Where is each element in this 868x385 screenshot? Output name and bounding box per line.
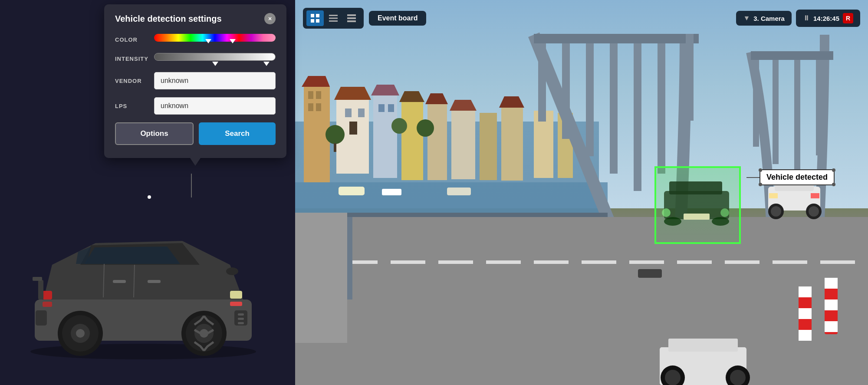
svg-rect-18 <box>148 280 161 283</box>
vendor-label: VENDOR <box>115 78 154 84</box>
options-button[interactable]: Options <box>115 122 194 145</box>
svg-rect-100 <box>811 193 819 198</box>
svg-rect-42 <box>378 104 385 112</box>
color-bar <box>154 34 276 42</box>
svg-rect-43 <box>388 104 394 112</box>
svg-rect-84 <box>582 260 616 264</box>
vehicle-detection-label-container: Vehicle detected <box>746 169 835 185</box>
svg-point-96 <box>771 206 781 217</box>
svg-rect-69 <box>658 43 665 174</box>
svg-rect-132 <box>347 17 356 19</box>
svg-rect-91 <box>347 213 352 299</box>
svg-rect-83 <box>534 260 569 264</box>
svg-rect-75 <box>794 60 800 181</box>
vendor-input[interactable] <box>154 72 276 89</box>
list-icon <box>329 13 338 23</box>
svg-rect-50 <box>480 113 497 180</box>
camera-view: Vehicle detected <box>295 0 868 385</box>
svg-rect-82 <box>486 260 521 264</box>
svg-rect-21 <box>33 277 42 281</box>
svg-rect-89 <box>820 260 855 264</box>
svg-point-57 <box>391 118 407 134</box>
svg-rect-73 <box>753 60 759 147</box>
dialog-tail <box>190 158 201 166</box>
view-buttons-group <box>303 8 364 29</box>
svg-rect-115 <box>638 269 662 278</box>
svg-point-14 <box>76 329 85 338</box>
intensity-slider[interactable] <box>154 53 276 64</box>
svg-rect-26 <box>36 310 47 326</box>
svg-point-19 <box>226 267 238 275</box>
svg-rect-133 <box>347 20 356 22</box>
svg-point-119 <box>662 208 671 217</box>
svg-rect-85 <box>629 260 664 264</box>
vehicle-detection-dialog: Vehicle detection settings × COLOR INTEN… <box>104 4 286 158</box>
lps-row: LPS <box>115 97 276 115</box>
rows-view-button[interactable] <box>343 10 360 26</box>
svg-point-58 <box>417 119 434 137</box>
svg-rect-31 <box>316 91 321 99</box>
svg-rect-67 <box>610 43 618 174</box>
intensity-bar <box>154 53 276 61</box>
search-button[interactable]: Search <box>199 122 276 145</box>
svg-rect-56 <box>334 143 336 152</box>
svg-marker-36 <box>334 87 371 100</box>
svg-rect-131 <box>347 14 356 16</box>
svg-rect-3 <box>230 302 242 306</box>
list-view-button[interactable] <box>325 10 342 26</box>
intensity-row: INTENSITY <box>115 53 276 64</box>
corner-bl <box>759 183 762 186</box>
camera-selector[interactable]: ▼ 3. Camera <box>736 11 792 26</box>
svg-rect-62 <box>447 188 471 195</box>
intensity-thumb-1[interactable] <box>212 62 218 66</box>
color-thumb-1[interactable] <box>205 39 211 43</box>
svg-point-123 <box>712 217 729 226</box>
svg-rect-32 <box>308 103 313 111</box>
svg-rect-125 <box>316 14 319 17</box>
svg-rect-118 <box>669 181 722 194</box>
svg-rect-114 <box>825 321 838 332</box>
vehicle-detected-text: Vehicle detected <box>766 173 828 181</box>
svg-rect-74 <box>773 60 779 164</box>
svg-rect-124 <box>311 14 314 17</box>
svg-rect-51 <box>501 108 523 181</box>
pause-icon: ⏸ <box>803 14 810 22</box>
svg-rect-121 <box>684 214 710 220</box>
svg-rect-4 <box>43 291 52 299</box>
svg-point-104 <box>665 370 681 385</box>
svg-rect-48 <box>451 111 475 179</box>
svg-rect-127 <box>316 19 319 23</box>
svg-rect-33 <box>316 103 321 111</box>
svg-rect-90 <box>295 213 347 343</box>
svg-rect-39 <box>349 122 357 135</box>
color-thumb-2[interactable] <box>230 39 236 43</box>
intensity-label: INTENSITY <box>115 56 154 62</box>
svg-rect-66 <box>586 43 594 156</box>
svg-point-9 <box>200 329 208 338</box>
grid-view-button[interactable] <box>306 10 324 26</box>
svg-rect-128 <box>329 15 338 16</box>
lps-input[interactable] <box>154 97 276 115</box>
color-slider[interactable] <box>154 34 276 45</box>
svg-point-122 <box>664 217 681 226</box>
close-button[interactable]: × <box>264 13 276 24</box>
rec-badge: R <box>843 13 853 23</box>
connector-h <box>746 177 760 178</box>
event-board-button[interactable]: Event board <box>369 11 426 26</box>
svg-rect-112 <box>825 278 838 289</box>
svg-rect-92 <box>347 213 608 217</box>
svg-point-120 <box>720 208 729 217</box>
svg-rect-60 <box>339 187 365 195</box>
svg-rect-2 <box>230 291 242 299</box>
svg-rect-64 <box>538 43 546 122</box>
car-illustration <box>0 187 295 382</box>
svg-rect-17 <box>113 280 126 283</box>
svg-rect-71 <box>686 34 694 121</box>
svg-rect-24 <box>238 318 244 320</box>
rows-icon <box>347 13 356 23</box>
time-display: ⏸ 14:26:45 R <box>796 10 860 27</box>
svg-rect-72 <box>751 51 833 60</box>
svg-rect-126 <box>311 19 314 23</box>
intensity-thumb-2[interactable] <box>263 62 270 66</box>
dialog-title: Vehicle detection settings <box>115 14 222 24</box>
